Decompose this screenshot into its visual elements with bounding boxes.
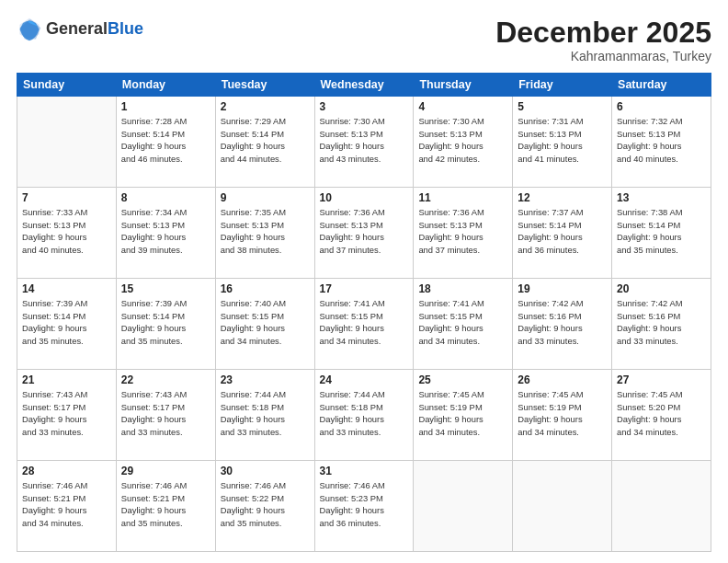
day-number: 29 <box>121 465 210 477</box>
day-info: Sunrise: 7:45 AM Sunset: 5:19 PM Dayligh… <box>518 388 607 439</box>
calendar-cell: 29Sunrise: 7:46 AM Sunset: 5:21 PM Dayli… <box>116 461 215 552</box>
calendar-cell: 16Sunrise: 7:40 AM Sunset: 5:15 PM Dayli… <box>215 279 314 370</box>
calendar-cell: 13Sunrise: 7:38 AM Sunset: 5:14 PM Dayli… <box>612 188 711 279</box>
week-row-5: 28Sunrise: 7:46 AM Sunset: 5:21 PM Dayli… <box>17 461 711 552</box>
calendar-cell: 20Sunrise: 7:42 AM Sunset: 5:16 PM Dayli… <box>612 279 711 370</box>
calendar-cell: 9Sunrise: 7:35 AM Sunset: 5:13 PM Daylig… <box>215 188 314 279</box>
day-number: 8 <box>121 191 210 204</box>
calendar-cell: 17Sunrise: 7:41 AM Sunset: 5:15 PM Dayli… <box>314 279 414 370</box>
day-number: 10 <box>320 191 409 204</box>
calendar-cell: 5Sunrise: 7:31 AM Sunset: 5:13 PM Daylig… <box>513 97 612 188</box>
day-info: Sunrise: 7:30 AM Sunset: 5:13 PM Dayligh… <box>418 115 507 166</box>
day-number: 27 <box>617 373 706 386</box>
calendar-cell: 15Sunrise: 7:39 AM Sunset: 5:14 PM Dayli… <box>116 279 215 370</box>
calendar-cell: 4Sunrise: 7:30 AM Sunset: 5:13 PM Daylig… <box>414 97 513 188</box>
calendar-cell <box>612 461 711 552</box>
calendar-cell <box>513 461 612 552</box>
day-info: Sunrise: 7:31 AM Sunset: 5:13 PM Dayligh… <box>518 115 607 166</box>
calendar-cell: 25Sunrise: 7:45 AM Sunset: 5:19 PM Dayli… <box>414 370 513 461</box>
day-header-wednesday: Wednesday <box>314 74 414 97</box>
day-number: 18 <box>418 282 507 295</box>
calendar-cell: 12Sunrise: 7:37 AM Sunset: 5:14 PM Dayli… <box>513 188 612 279</box>
day-number: 11 <box>418 191 507 204</box>
week-row-4: 21Sunrise: 7:43 AM Sunset: 5:17 PM Dayli… <box>17 370 711 461</box>
calendar-cell: 22Sunrise: 7:43 AM Sunset: 5:17 PM Dayli… <box>116 370 215 461</box>
day-number: 19 <box>518 282 607 295</box>
day-info: Sunrise: 7:37 AM Sunset: 5:14 PM Dayligh… <box>518 206 607 257</box>
day-number: 28 <box>22 465 111 477</box>
day-info: Sunrise: 7:39 AM Sunset: 5:14 PM Dayligh… <box>22 297 111 348</box>
day-header-saturday: Saturday <box>612 74 711 97</box>
month-title: December 2025 <box>495 17 711 49</box>
day-info: Sunrise: 7:46 AM Sunset: 5:21 PM Dayligh… <box>22 479 111 530</box>
calendar-cell: 8Sunrise: 7:34 AM Sunset: 5:13 PM Daylig… <box>116 188 215 279</box>
day-number: 6 <box>617 100 706 113</box>
day-number: 12 <box>518 191 607 204</box>
week-row-1: 1Sunrise: 7:28 AM Sunset: 5:14 PM Daylig… <box>17 97 711 188</box>
calendar-cell: 2Sunrise: 7:29 AM Sunset: 5:14 PM Daylig… <box>215 97 314 188</box>
day-number: 9 <box>221 191 310 204</box>
calendar-cell: 28Sunrise: 7:46 AM Sunset: 5:21 PM Dayli… <box>17 461 117 552</box>
week-row-3: 14Sunrise: 7:39 AM Sunset: 5:14 PM Dayli… <box>17 279 711 370</box>
calendar-cell: 1Sunrise: 7:28 AM Sunset: 5:14 PM Daylig… <box>116 97 215 188</box>
calendar-cell: 26Sunrise: 7:45 AM Sunset: 5:19 PM Dayli… <box>513 370 612 461</box>
day-info: Sunrise: 7:43 AM Sunset: 5:17 PM Dayligh… <box>121 388 210 439</box>
calendar-cell: 6Sunrise: 7:32 AM Sunset: 5:13 PM Daylig… <box>612 97 711 188</box>
calendar-cell: 30Sunrise: 7:46 AM Sunset: 5:22 PM Dayli… <box>215 461 314 552</box>
calendar-cell <box>414 461 513 552</box>
day-number: 16 <box>221 282 310 295</box>
day-info: Sunrise: 7:41 AM Sunset: 5:15 PM Dayligh… <box>320 297 409 348</box>
day-number: 4 <box>418 100 507 113</box>
day-info: Sunrise: 7:38 AM Sunset: 5:14 PM Dayligh… <box>617 206 706 257</box>
day-header-monday: Monday <box>116 74 215 97</box>
calendar-header-row: SundayMondayTuesdayWednesdayThursdayFrid… <box>17 74 711 97</box>
day-number: 7 <box>22 191 111 204</box>
day-info: Sunrise: 7:46 AM Sunset: 5:22 PM Dayligh… <box>221 479 310 530</box>
calendar-cell: 11Sunrise: 7:36 AM Sunset: 5:13 PM Dayli… <box>414 188 513 279</box>
day-number: 26 <box>518 373 607 386</box>
day-number: 2 <box>221 100 310 113</box>
day-info: Sunrise: 7:30 AM Sunset: 5:13 PM Dayligh… <box>320 115 409 166</box>
day-header-tuesday: Tuesday <box>215 74 314 97</box>
day-header-sunday: Sunday <box>17 74 117 97</box>
day-number: 22 <box>121 373 210 386</box>
calendar-cell: 23Sunrise: 7:44 AM Sunset: 5:18 PM Dayli… <box>215 370 314 461</box>
day-number: 30 <box>221 465 310 477</box>
calendar-cell: 10Sunrise: 7:36 AM Sunset: 5:13 PM Dayli… <box>314 188 414 279</box>
calendar-cell: 19Sunrise: 7:42 AM Sunset: 5:16 PM Dayli… <box>513 279 612 370</box>
day-info: Sunrise: 7:28 AM Sunset: 5:14 PM Dayligh… <box>121 115 210 166</box>
logo: GeneralBlue <box>17 17 143 42</box>
day-header-friday: Friday <box>513 74 612 97</box>
location: Kahramanmaras, Turkey <box>495 49 711 63</box>
day-info: Sunrise: 7:36 AM Sunset: 5:13 PM Dayligh… <box>418 206 507 257</box>
day-number: 13 <box>617 191 706 204</box>
day-number: 20 <box>617 282 706 295</box>
day-info: Sunrise: 7:35 AM Sunset: 5:13 PM Dayligh… <box>221 206 310 257</box>
day-info: Sunrise: 7:41 AM Sunset: 5:15 PM Dayligh… <box>418 297 507 348</box>
day-info: Sunrise: 7:32 AM Sunset: 5:13 PM Dayligh… <box>617 115 706 166</box>
day-info: Sunrise: 7:45 AM Sunset: 5:19 PM Dayligh… <box>418 388 507 439</box>
day-number: 17 <box>320 282 409 295</box>
logo-line1: General <box>46 19 108 38</box>
calendar-cell: 24Sunrise: 7:44 AM Sunset: 5:18 PM Dayli… <box>314 370 414 461</box>
week-row-2: 7Sunrise: 7:33 AM Sunset: 5:13 PM Daylig… <box>17 188 711 279</box>
day-number: 15 <box>121 282 210 295</box>
day-number: 1 <box>121 100 210 113</box>
day-number: 24 <box>320 373 409 386</box>
day-number: 25 <box>418 373 507 386</box>
day-info: Sunrise: 7:42 AM Sunset: 5:16 PM Dayligh… <box>518 297 607 348</box>
day-info: Sunrise: 7:39 AM Sunset: 5:14 PM Dayligh… <box>121 297 210 348</box>
day-info: Sunrise: 7:40 AM Sunset: 5:15 PM Dayligh… <box>221 297 310 348</box>
calendar-cell: 31Sunrise: 7:46 AM Sunset: 5:23 PM Dayli… <box>314 461 414 552</box>
day-info: Sunrise: 7:29 AM Sunset: 5:14 PM Dayligh… <box>221 115 310 166</box>
header: GeneralBlue December 2025 Kahramanmaras,… <box>17 17 711 63</box>
day-info: Sunrise: 7:34 AM Sunset: 5:13 PM Dayligh… <box>121 206 210 257</box>
day-info: Sunrise: 7:36 AM Sunset: 5:13 PM Dayligh… <box>320 206 409 257</box>
day-info: Sunrise: 7:46 AM Sunset: 5:21 PM Dayligh… <box>121 479 210 530</box>
calendar-cell <box>17 97 117 188</box>
calendar-cell: 3Sunrise: 7:30 AM Sunset: 5:13 PM Daylig… <box>314 97 414 188</box>
page: GeneralBlue December 2025 Kahramanmaras,… <box>0 0 728 563</box>
day-number: 21 <box>22 373 111 386</box>
day-number: 3 <box>320 100 409 113</box>
day-number: 31 <box>320 465 409 477</box>
